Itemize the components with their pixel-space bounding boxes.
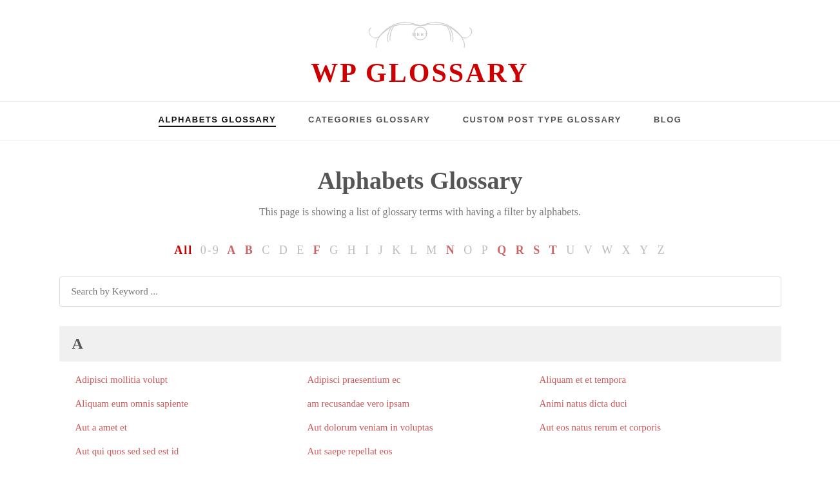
alpha-C[interactable]: C	[262, 244, 271, 257]
alpha-F[interactable]: F	[313, 244, 322, 257]
alpha-S[interactable]: S	[533, 244, 541, 257]
section-header-A: A	[59, 326, 781, 362]
term-adipisci-mollitia[interactable]: Adipisci mollitia volupt	[72, 368, 304, 392]
nav-alphabets-glossary[interactable]: ALPHABETS GLOSSARY	[159, 115, 277, 127]
alpha-D[interactable]: D	[279, 244, 289, 257]
term-aut-saepe[interactable]: Aut saepe repellat eos	[304, 440, 536, 463]
terms-grid-A: Adipisci mollitia volupt Adipisci praese…	[59, 362, 781, 470]
alpha-P[interactable]: P	[482, 244, 489, 257]
term-aut-a-amet[interactable]: Aut a amet et	[72, 416, 304, 440]
alpha-K[interactable]: K	[392, 244, 402, 257]
nav-categories-glossary[interactable]: CATEGORIES GLOSSARY	[308, 115, 431, 127]
section-letter-A: A	[72, 335, 83, 352]
alphabet-nav: All 0-9 A B C D E F G H I J K L M N O P …	[59, 244, 781, 257]
alpha-J[interactable]: J	[378, 244, 384, 257]
alpha-Y[interactable]: Y	[640, 244, 649, 257]
term-animi-natus[interactable]: Animi natus dicta duci	[536, 392, 768, 416]
alpha-09[interactable]: 0-9	[200, 244, 220, 257]
site-header: MEET WP GLOSSARY	[0, 0, 840, 102]
term-aut-qui[interactable]: Aut qui quos sed sed est id	[72, 440, 304, 463]
term-aut-eos[interactable]: Aut eos natus rerum et corporis	[536, 416, 768, 440]
alpha-L[interactable]: L	[410, 244, 418, 257]
logo-ornament: MEET	[356, 19, 485, 55]
svg-text:MEET: MEET	[412, 32, 428, 37]
main-nav: ALPHABETS GLOSSARY CATEGORIES GLOSSARY C…	[0, 102, 840, 141]
alpha-B[interactable]: B	[245, 244, 254, 257]
alpha-Z[interactable]: Z	[658, 244, 666, 257]
term-aliquam-et[interactable]: Aliquam et et tempora	[536, 368, 768, 392]
nav-blog[interactable]: BLOG	[654, 115, 682, 127]
term-aliquam-eum[interactable]: Aliquam eum omnis sapiente	[72, 392, 304, 416]
term-adipisci-praesentium[interactable]: Adipisci praesentium ec	[304, 368, 536, 392]
alpha-O[interactable]: O	[464, 244, 473, 257]
alpha-T[interactable]: T	[549, 244, 558, 257]
nav-custom-post-type-glossary[interactable]: CUSTOM POST TYPE GLOSSARY	[463, 115, 621, 127]
alpha-N[interactable]: N	[446, 244, 456, 257]
alpha-A[interactable]: A	[227, 244, 237, 257]
alpha-I[interactable]: I	[365, 244, 370, 257]
alpha-X[interactable]: X	[622, 244, 632, 257]
section-A: A Adipisci mollitia volupt Adipisci prae…	[59, 326, 781, 470]
page-description: This page is showing a list of glossary …	[59, 206, 781, 218]
alpha-H[interactable]: H	[347, 244, 357, 257]
main-content: Alphabets Glossary This page is showing …	[46, 141, 794, 496]
alpha-M[interactable]: M	[426, 244, 438, 257]
term-aut-dolorum[interactable]: Aut dolorum veniam in voluptas	[304, 416, 536, 440]
alpha-Q[interactable]: Q	[497, 244, 507, 257]
search-input[interactable]	[59, 276, 781, 307]
alpha-V[interactable]: V	[584, 244, 594, 257]
alpha-R[interactable]: R	[516, 244, 525, 257]
page-title: Alphabets Glossary	[59, 166, 781, 195]
alpha-U[interactable]: U	[566, 244, 576, 257]
alpha-G[interactable]: G	[329, 244, 339, 257]
term-am-recusandae[interactable]: am recusandae vero ipsam	[304, 392, 536, 416]
alpha-E[interactable]: E	[297, 244, 305, 257]
alpha-W[interactable]: W	[601, 244, 614, 257]
logo-title: WP GLOSSARY	[13, 57, 827, 88]
alpha-all[interactable]: All	[174, 244, 193, 257]
